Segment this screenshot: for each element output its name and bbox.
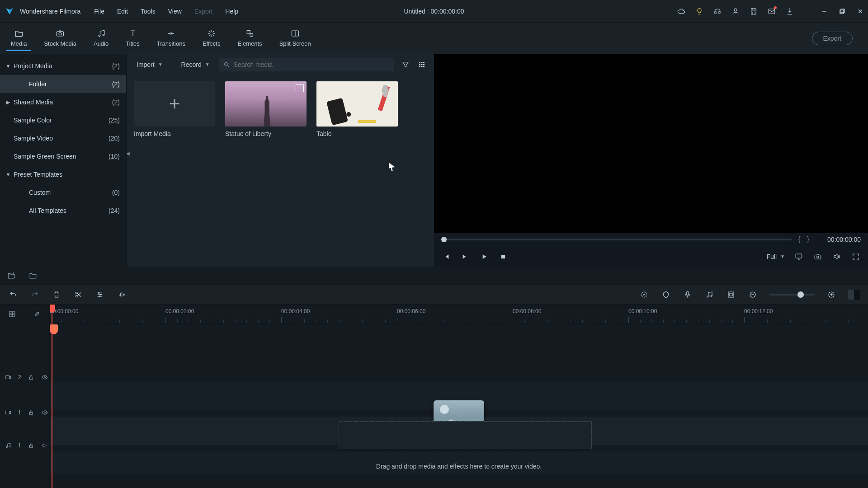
playback-quality-dropdown[interactable]: Full▼ [767,253,785,260]
tab-split-screen[interactable]: Split Screen [275,26,316,51]
media-thumbnail[interactable] [225,81,307,127]
grid-view-icon[interactable] [417,60,427,70]
svg-rect-23 [419,66,420,67]
tab-stock-label: Stock Media [44,40,76,47]
window-maximize[interactable] [838,7,846,15]
lock-icon[interactable] [28,374,35,381]
menu-export[interactable]: Export [194,8,212,15]
delete-icon[interactable] [52,290,61,300]
voiceover-icon[interactable] [683,290,693,300]
crop-icon[interactable] [726,290,736,300]
eye-icon[interactable] [41,409,48,416]
collapse-sidebar-handle[interactable]: ◀ [126,149,130,157]
mixer-icon[interactable] [704,290,714,300]
caret-icon: ▼ [5,63,12,69]
tab-stock-media[interactable]: Stock Media [39,26,81,51]
save-icon[interactable] [750,7,758,15]
split-clip-icon[interactable] [73,290,83,300]
render-preview-icon[interactable] [639,290,649,300]
link-tracks-icon[interactable] [32,309,42,319]
track-head-video-1[interactable]: 1 [0,395,49,430]
menu-edit[interactable]: Edit [117,8,128,15]
undo-icon[interactable] [8,290,18,300]
display-settings-icon[interactable] [794,252,804,262]
svg-rect-17 [419,62,420,63]
eye-icon[interactable] [41,374,48,381]
tab-transitions[interactable]: Transitions [152,26,190,51]
zoom-fit-toggle[interactable] [848,290,860,300]
sidebar-item-folder[interactable]: Folder (2) [0,75,126,93]
headset-icon[interactable] [713,7,722,15]
edit-properties-icon[interactable] [95,290,105,300]
message-icon[interactable] [768,7,776,15]
audio-mix-icon[interactable] [117,290,127,300]
sidebar-item-all-templates[interactable]: All Templates (24) [0,202,126,220]
media-sidebar: ▼ Project Media (2) Folder (2)▶ Shared M… [0,54,127,267]
window-minimize[interactable] [820,7,828,15]
search-media[interactable] [219,58,394,71]
playhead[interactable] [52,305,52,488]
menu-view[interactable]: View [168,8,182,15]
sidebar-item-preset-templates[interactable]: ▼ Preset Templates [0,165,126,183]
snapshot-icon[interactable] [813,252,823,262]
mark-in-button[interactable]: { [798,235,800,244]
fullscreen-icon[interactable] [851,252,861,262]
stop-button[interactable] [498,252,508,262]
import-thumb[interactable]: + [134,81,215,127]
mark-out-button[interactable]: } [807,235,809,244]
media-item-statue-of-liberty[interactable]: Statue of Liberty [225,81,307,137]
media-item-import-media[interactable]: +Import Media [134,81,215,137]
sidebar-item-sample-color[interactable]: Sample Color (25) [0,111,126,129]
volume-icon[interactable] [832,252,842,262]
next-frame-button[interactable] [460,252,470,262]
timeline-drop-area[interactable]: Drag and drop media and effects here to … [212,400,705,488]
menu-file[interactable]: File [94,8,104,15]
sidebar-item-sample-video[interactable]: Sample Video (20) [0,129,126,147]
tab-elements[interactable]: Elements [233,26,266,51]
import-dropdown[interactable]: Import▼ [134,59,165,70]
download-icon[interactable] [786,7,794,15]
zoom-out-icon[interactable] [748,290,758,300]
music-icon [96,28,106,38]
tab-media[interactable]: Media [6,26,31,51]
menu-help[interactable]: Help [225,8,238,15]
window-close[interactable] [856,7,864,15]
redo-icon[interactable] [30,290,40,300]
timeline-ruler[interactable]: 00:00:00:0000:00:02:0000:00:04:0000:00:0… [50,305,868,324]
tab-titles[interactable]: Titles [121,26,144,51]
lock-icon[interactable] [28,442,35,449]
tab-audio[interactable]: Audio [89,26,113,51]
preview-viewport[interactable] [434,54,868,233]
tab-effects[interactable]: Effects [198,26,225,51]
track-head-video-2[interactable]: 2 [0,360,49,395]
filter-icon[interactable] [401,60,410,70]
search-input[interactable] [234,61,390,68]
sidebar-item-sample-green-screen[interactable]: Sample Green Screen (10) [0,147,126,165]
new-folder-icon[interactable] [6,271,16,281]
preview-scrubber[interactable] [441,239,792,240]
marker-icon[interactable] [661,290,671,300]
account-icon[interactable] [731,7,740,15]
play-button[interactable] [479,252,489,262]
mute-icon[interactable] [41,442,48,449]
track-head-audio-1[interactable]: 1 [0,430,49,461]
sidebar-item-project-media[interactable]: ▼ Project Media (2) [0,57,126,75]
tab-effects-label: Effects [203,40,221,47]
idea-icon[interactable] [695,7,703,15]
media-thumbnail[interactable] [316,81,398,127]
sidebar-item-custom[interactable]: Custom (0) [0,183,126,202]
record-dropdown[interactable]: Record▼ [179,59,212,70]
svg-point-8 [59,32,61,35]
cloud-icon[interactable] [677,7,685,15]
open-folder-icon[interactable] [28,271,38,281]
export-button[interactable]: Export [812,32,853,45]
lock-icon[interactable] [28,409,35,416]
menu-tools[interactable]: Tools [141,8,156,15]
zoom-in-icon[interactable] [826,290,836,300]
sidebar-item-shared-media[interactable]: ▶ Shared Media (2) [0,93,126,111]
timeline-marker[interactable] [50,324,58,334]
prev-frame-button[interactable] [441,252,451,262]
media-item-table[interactable]: Table [316,81,398,137]
zoom-slider[interactable] [769,294,815,296]
manage-tracks-icon[interactable] [7,309,17,319]
